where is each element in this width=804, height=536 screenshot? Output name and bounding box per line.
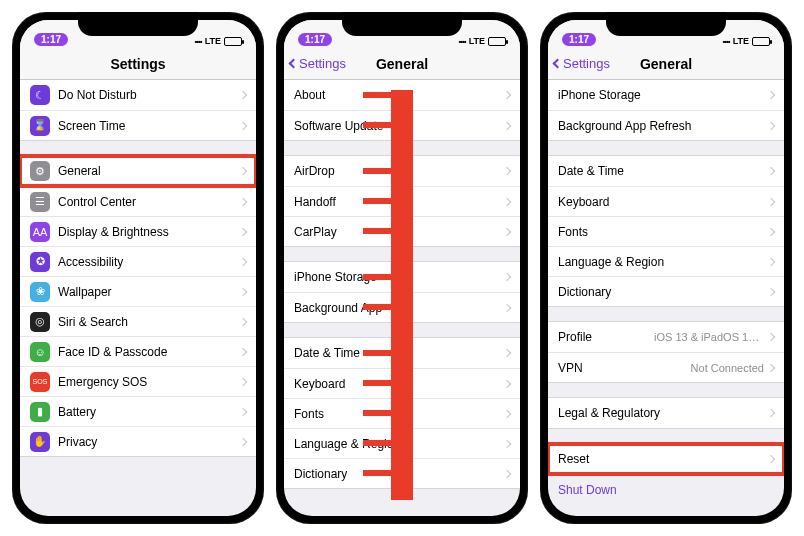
chevron-right-icon: [767, 287, 775, 295]
row-label: Accessibility: [58, 255, 240, 269]
back-label: Settings: [299, 56, 346, 71]
row-accessibility[interactable]: ✪Accessibility: [20, 246, 256, 276]
row-control-center[interactable]: ☰Control Center: [20, 186, 256, 216]
chevron-right-icon: [503, 303, 511, 311]
row-do-not-disturb[interactable]: ☾Do Not Disturb: [20, 80, 256, 110]
navbar: Settings General: [548, 48, 784, 80]
row-label: General: [58, 164, 240, 178]
highlight-tick: [363, 380, 391, 386]
row-label: Emergency SOS: [58, 375, 240, 389]
settings-group: Reset: [548, 443, 784, 475]
row-keyboard[interactable]: Keyboard: [548, 186, 784, 216]
row-general[interactable]: ⚙General: [20, 156, 256, 186]
battery-icon: [488, 37, 506, 46]
row-vpn[interactable]: VPNNot Connected: [548, 352, 784, 382]
navbar: Settings: [20, 48, 256, 80]
sos-icon: SOS: [30, 372, 50, 392]
battery-icon: [752, 37, 770, 46]
chevron-right-icon: [239, 121, 247, 129]
chevron-right-icon: [239, 167, 247, 175]
row-battery[interactable]: ▮Battery: [20, 396, 256, 426]
row-label: Fonts: [558, 225, 768, 239]
brightness-icon: AA: [30, 222, 50, 242]
row-label: iPhone Storage: [558, 88, 768, 102]
highlight-bar: [391, 90, 413, 500]
row-detail: iOS 13 & iPadOS 13 Beta Softwar...: [654, 331, 764, 343]
page-title: Settings: [110, 56, 165, 72]
row-dictionary[interactable]: Dictionary: [548, 276, 784, 306]
chevron-right-icon: [239, 317, 247, 325]
status-right: •••• LTE: [458, 36, 506, 46]
settings-group: Legal & Regulatory: [548, 397, 784, 429]
chevron-right-icon: [239, 287, 247, 295]
shut-down-button[interactable]: Shut Down: [548, 475, 784, 505]
chevron-right-icon: [767, 197, 775, 205]
highlight-tick: [363, 92, 391, 98]
chevron-right-icon: [503, 439, 511, 447]
phone-frame-2: 1:17 •••• LTE Settings General AboutSoft…: [276, 12, 528, 524]
highlight-tick: [363, 122, 391, 128]
chevron-right-icon: [503, 349, 511, 357]
highlight-tick: [363, 168, 391, 174]
phone-frame-1: 1:17 •••• LTE Settings ☾Do Not Disturb⌛S…: [12, 12, 264, 524]
settings-list[interactable]: ☾Do Not Disturb⌛Screen Time⚙General☰Cont…: [20, 80, 256, 516]
row-label: Wallpaper: [58, 285, 240, 299]
notch: [342, 12, 462, 36]
screen-2: 1:17 •••• LTE Settings General AboutSoft…: [284, 20, 520, 516]
chevron-right-icon: [503, 91, 511, 99]
row-iphone-storage[interactable]: iPhone Storage: [548, 80, 784, 110]
chevron-right-icon: [239, 227, 247, 235]
carrier-label: LTE: [733, 36, 749, 46]
notch: [78, 12, 198, 36]
carrier-label: LTE: [469, 36, 485, 46]
row-wallpaper[interactable]: ❀Wallpaper: [20, 276, 256, 306]
row-label: Reset: [558, 452, 768, 466]
chevron-right-icon: [239, 257, 247, 265]
chevron-right-icon: [767, 121, 775, 129]
chevron-right-icon: [503, 469, 511, 477]
row-label: Dictionary: [558, 285, 768, 299]
row-label: Display & Brightness: [58, 225, 240, 239]
carrier-label: LTE: [205, 36, 221, 46]
highlight-tick: [363, 350, 391, 356]
row-language-region[interactable]: Language & Region: [548, 246, 784, 276]
row-label: Siri & Search: [58, 315, 240, 329]
status-right: •••• LTE: [722, 36, 770, 46]
row-emergency-sos[interactable]: SOSEmergency SOS: [20, 366, 256, 396]
chevron-right-icon: [767, 257, 775, 265]
row-display-brightness[interactable]: AADisplay & Brightness: [20, 216, 256, 246]
row-background-app-refresh[interactable]: Background App Refresh: [548, 110, 784, 140]
back-button[interactable]: Settings: [290, 56, 346, 71]
chevron-right-icon: [767, 167, 775, 175]
chevron-right-icon: [503, 167, 511, 175]
switches-icon: ☰: [30, 192, 50, 212]
status-time: 1:17: [562, 33, 596, 46]
row-reset[interactable]: Reset: [548, 444, 784, 474]
row-face-id-passcode[interactable]: ☺Face ID & Passcode: [20, 336, 256, 366]
highlight-tick: [363, 440, 391, 446]
row-label: Profile: [558, 330, 654, 344]
general-list-scrolled[interactable]: iPhone StorageBackground App RefreshDate…: [548, 80, 784, 516]
page-title: General: [376, 56, 428, 72]
row-screen-time[interactable]: ⌛Screen Time: [20, 110, 256, 140]
chevron-right-icon: [503, 273, 511, 281]
row-label: Legal & Regulatory: [558, 406, 768, 420]
row-fonts[interactable]: Fonts: [548, 216, 784, 246]
chevron-right-icon: [239, 407, 247, 415]
settings-group: ProfileiOS 13 & iPadOS 13 Beta Softwar..…: [548, 321, 784, 383]
back-button[interactable]: Settings: [554, 56, 610, 71]
back-label: Settings: [563, 56, 610, 71]
chevron-right-icon: [503, 227, 511, 235]
navbar: Settings General: [284, 48, 520, 80]
signal-icon: ••••: [194, 37, 201, 46]
row-siri-search[interactable]: ◎Siri & Search: [20, 306, 256, 336]
row-privacy[interactable]: ✋Privacy: [20, 426, 256, 456]
chevron-right-icon: [767, 455, 775, 463]
settings-group: ⚙General☰Control CenterAADisplay & Brigh…: [20, 155, 256, 457]
row-date-time[interactable]: Date & Time: [548, 156, 784, 186]
settings-group: iPhone StorageBackground App Refresh: [548, 80, 784, 141]
chevron-right-icon: [503, 409, 511, 417]
row-legal-regulatory[interactable]: Legal & Regulatory: [548, 398, 784, 428]
moon-icon: ☾: [30, 85, 50, 105]
row-profile[interactable]: ProfileiOS 13 & iPadOS 13 Beta Softwar..…: [548, 322, 784, 352]
